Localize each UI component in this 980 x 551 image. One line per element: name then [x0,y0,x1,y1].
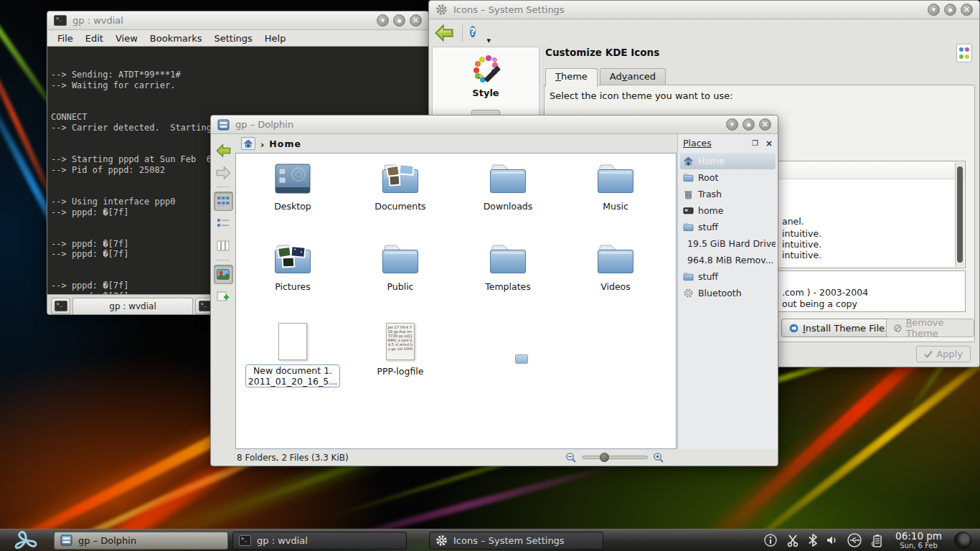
close-button[interactable] [759,118,771,131]
klipper-scissors-icon[interactable] [786,533,800,547]
folder-icon [380,242,420,276]
battery-icon[interactable] [870,533,883,548]
minimize-button[interactable] [928,4,940,16]
clock-date: Sun, 6 Feb [895,542,942,550]
folder-item-documents[interactable]: Documents [347,161,454,241]
folder-icon [595,242,636,276]
places-panel-title: Places [683,138,712,149]
folder-item-templates[interactable]: Templates [454,241,562,321]
plasma-toolbox-icon[interactable] [954,532,971,549]
konsole-titlebar[interactable]: gp : wvdial [47,11,428,30]
maximize-button[interactable] [944,4,956,16]
terminal-icon [199,301,212,311]
launcher-logo-icon [11,530,40,550]
folder-item-music[interactable]: Music [562,161,669,241]
hard-drive-icon [683,206,694,215]
konsole-menubar: File Edit View Bookmarks Settings Help [47,30,428,46]
konsole-tab[interactable]: gp : wvdial [72,298,193,314]
usb-device-icon[interactable] [847,532,862,548]
description-fragment: out being a copy [782,298,857,309]
menu-settings[interactable]: Settings [214,33,252,44]
split-view-button[interactable] [214,287,233,306]
file-item-new-document[interactable]: New document 1.2011_01_20_16_5... [239,321,347,402]
bluetooth-icon[interactable] [808,533,818,547]
place-item-stuff[interactable]: stuff [680,219,776,235]
place-item-root[interactable]: Root [680,169,776,186]
taskbar-item-wvdial[interactable]: gp : wvdial [232,532,407,550]
description-fragment: .com ) - 2003-2004 [782,287,868,298]
place-item-home[interactable]: Home [680,153,776,169]
file-item-ppp-logfile[interactable]: Jan 17 09:4 7:18 gp-Asp ire-5738 pp pd[1… [347,321,454,402]
system-settings-titlebar[interactable]: Icons – System Settings [429,1,979,19]
clock[interactable]: 06:10 pm Sun, 6 Feb [891,531,946,550]
taskbar-item-system-settings[interactable]: Icons – System Settings [429,532,603,550]
arrow-icon [789,324,798,333]
home-icon[interactable] [241,137,255,150]
info-icon[interactable] [763,533,778,547]
breadcrumb-home[interactable]: Home [269,138,301,149]
close-button[interactable] [410,14,422,27]
place-item-trash[interactable]: Trash [680,186,776,202]
zoom-out-icon[interactable] [565,452,577,463]
install-theme-button[interactable]: Install Theme File... [781,319,901,337]
menu-help[interactable]: Help [265,33,286,44]
app-launcher-button[interactable] [0,529,52,551]
back-button[interactable] [214,141,233,160]
scrollbar-thumb[interactable] [957,166,963,263]
place-item-bluetooth[interactable]: Bluetooth [680,285,776,301]
folder-item-pictures[interactable]: Pictures [239,241,347,321]
gear-icon [435,534,448,547]
scrollbar[interactable] [955,162,964,267]
folder-item-downloads[interactable]: Downloads [454,161,562,241]
help-button[interactable]: ? ▼ [470,24,489,42]
place-item-stuff-2[interactable]: stuff [680,268,776,285]
icon-sizes-icon[interactable] [956,44,972,62]
toolbar-separator [217,187,230,187]
new-tab-button[interactable] [51,298,70,314]
maximize-button[interactable] [393,14,405,27]
toolbar-separator [462,24,463,42]
preview-button[interactable] [214,265,233,284]
menu-view[interactable]: View [116,33,138,44]
tab-theme[interactable]: Theme [545,68,598,87]
apply-button[interactable]: Apply [916,346,971,362]
status-text: 8 Folders, 2 Files (3.3 KiB) [237,453,349,463]
dolphin-titlebar[interactable]: gp – Dolphin [211,116,778,134]
close-button[interactable] [961,4,973,16]
zoom-slider[interactable] [582,456,648,459]
folder-icon [595,162,636,195]
menu-edit[interactable]: Edit [85,33,103,44]
details-view-button[interactable] [214,214,233,233]
folder-view[interactable]: Desktop Documents [235,153,677,449]
zoom-slider-thumb[interactable] [600,453,609,462]
clock-time: 06:10 pm [895,531,942,542]
close-panel-icon[interactable]: × [765,138,773,149]
taskbar-item-dolphin[interactable]: gp – Dolphin [54,532,228,550]
folder-item-videos[interactable]: Videos [562,241,669,321]
float-panel-icon[interactable]: ❐ [752,139,758,147]
volume-icon[interactable] [826,534,839,547]
konsole-title: gp : wvdial [72,15,123,26]
place-item-hard-drive[interactable]: 19.5 GiB Hard Drive [680,235,776,252]
folder-item-public[interactable]: Public [347,241,454,321]
folder-item-desktop[interactable]: Desktop [239,161,347,241]
zoom-in-icon[interactable] [653,452,664,463]
blank-document-icon [278,323,307,360]
sidebar-item-style[interactable]: Style [472,88,499,98]
gear-icon [683,288,694,298]
place-item-removable[interactable]: 964.8 MiB Remov... [680,252,776,268]
forward-button[interactable] [214,163,233,182]
maximize-button[interactable] [743,118,755,131]
terminal-icon [55,301,67,311]
menu-file[interactable]: File [57,33,73,44]
back-button[interactable] [433,23,455,43]
minimize-button[interactable] [726,118,738,131]
menu-bookmarks[interactable]: Bookmarks [150,33,202,44]
remove-theme-button[interactable]: Remove Theme [886,319,974,337]
dolphin-window: gp – Dolphin [210,115,778,466]
icons-view-button[interactable] [214,192,233,211]
place-item-home-drive[interactable]: home [680,202,776,219]
columns-view-button[interactable] [214,236,233,255]
desktop: gp : wvdial File Edit View Bookmarks Set… [0,0,980,551]
minimize-button[interactable] [377,14,389,27]
